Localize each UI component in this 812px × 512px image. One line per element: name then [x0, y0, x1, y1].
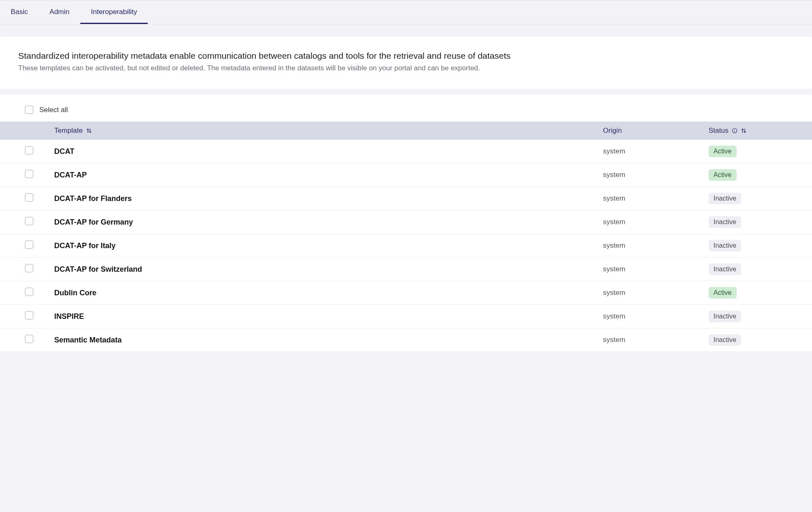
status-badge: Inactive [709, 240, 741, 251]
row-checkbox-cell [0, 234, 34, 258]
template-name[interactable]: DCAT-AP for Switzerland [34, 258, 603, 281]
origin-value: system [603, 187, 709, 211]
sort-icon [741, 128, 747, 134]
col-header-origin-label: Origin [603, 127, 622, 134]
origin-value: system [603, 281, 709, 305]
row-checkbox-cell [0, 163, 34, 187]
origin-value: system [603, 305, 709, 328]
status-badge: Inactive [709, 216, 741, 228]
table-row: Dublin CoresystemActive [0, 281, 812, 305]
template-name[interactable]: DCAT [34, 140, 603, 163]
row-checkbox[interactable] [25, 311, 34, 320]
row-checkbox[interactable] [25, 287, 34, 296]
row-checkbox-cell [0, 328, 34, 352]
status-cell: Inactive [709, 187, 812, 211]
template-name[interactable]: INSPIRE [34, 305, 603, 328]
table-header-row: Template Origin Status [0, 122, 812, 140]
origin-value: system [603, 211, 709, 234]
table-row: DCAT-AP for FlanderssystemInactive [0, 187, 812, 211]
row-checkbox[interactable] [25, 335, 34, 343]
tab-admin[interactable]: Admin [39, 0, 80, 24]
template-name[interactable]: DCAT-AP for Germany [34, 211, 603, 234]
row-checkbox[interactable] [25, 240, 34, 249]
template-name[interactable]: Semantic Metadata [34, 328, 603, 352]
template-name[interactable]: DCAT-AP [34, 163, 603, 187]
status-badge: Inactive [709, 311, 741, 322]
status-cell: Inactive [709, 258, 812, 281]
table-row: DCAT-APsystemActive [0, 163, 812, 187]
table-row: DCATsystemActive [0, 140, 812, 163]
table-row: INSPIREsystemInactive [0, 305, 812, 328]
status-badge: Inactive [709, 334, 741, 346]
select-all-checkbox[interactable] [25, 105, 34, 114]
info-icon[interactable] [732, 128, 738, 134]
info-title: Standardized interoperability metadata e… [18, 51, 794, 61]
row-checkbox-cell [0, 258, 34, 281]
status-cell: Inactive [709, 211, 812, 234]
tab-interoperability[interactable]: Interoperability [80, 0, 148, 24]
status-cell: Inactive [709, 328, 812, 352]
row-checkbox-cell [0, 211, 34, 234]
status-badge: Active [709, 169, 737, 181]
info-subtitle: These templates can be activated, but no… [18, 64, 794, 72]
row-checkbox[interactable] [25, 217, 34, 225]
origin-value: system [603, 163, 709, 187]
row-checkbox[interactable] [25, 170, 34, 178]
row-checkbox-cell [0, 140, 34, 163]
col-header-status[interactable]: Status [709, 122, 812, 140]
col-header-template[interactable]: Template [34, 122, 603, 140]
template-name[interactable]: DCAT-AP for Italy [34, 234, 603, 258]
table-row: DCAT-AP for ItalysystemInactive [0, 234, 812, 258]
status-cell: Active [709, 163, 812, 187]
status-cell: Inactive [709, 234, 812, 258]
select-all-row: Select all [0, 105, 812, 122]
table-row: DCAT-AP for GermanysystemInactive [0, 211, 812, 234]
col-header-origin[interactable]: Origin [603, 122, 709, 140]
row-checkbox-cell [0, 281, 34, 305]
status-cell: Active [709, 140, 812, 163]
template-name[interactable]: DCAT-AP for Flanders [34, 187, 603, 211]
row-checkbox-cell [0, 305, 34, 328]
status-badge: Active [709, 287, 737, 299]
status-cell: Inactive [709, 305, 812, 328]
col-header-checkbox [0, 122, 34, 140]
svg-point-2 [735, 129, 735, 130]
tab-basic[interactable]: Basic [0, 0, 39, 24]
origin-value: system [603, 140, 709, 163]
select-all-label: Select all [39, 106, 68, 114]
status-cell: Active [709, 281, 812, 305]
table-row: DCAT-AP for SwitzerlandsystemInactive [0, 258, 812, 281]
status-badge: Active [709, 146, 737, 157]
origin-value: system [603, 328, 709, 352]
origin-value: system [603, 234, 709, 258]
row-checkbox[interactable] [25, 264, 34, 273]
status-badge: Inactive [709, 193, 741, 204]
info-panel: Standardized interoperability metadata e… [0, 37, 812, 89]
sort-icon [86, 128, 92, 134]
template-name[interactable]: Dublin Core [34, 281, 603, 305]
origin-value: system [603, 258, 709, 281]
templates-table-wrap: Select all Template [0, 95, 812, 352]
col-header-template-label: Template [54, 127, 83, 135]
status-badge: Inactive [709, 263, 741, 275]
row-checkbox[interactable] [25, 146, 34, 155]
table-row: Semantic MetadatasystemInactive [0, 328, 812, 352]
tabs-bar: Basic Admin Interoperability [0, 0, 812, 24]
col-header-status-label: Status [709, 127, 728, 135]
row-checkbox[interactable] [25, 193, 34, 202]
templates-table: Template Origin Status [0, 122, 812, 352]
row-checkbox-cell [0, 187, 34, 211]
